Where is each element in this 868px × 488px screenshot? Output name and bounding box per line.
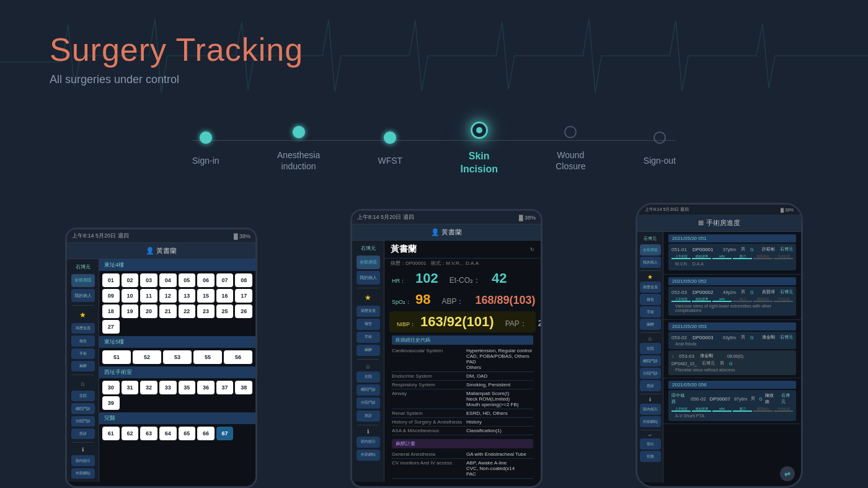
tc-sidebar-inpatient[interactable]: 住院 [356,371,380,383]
room-63[interactable]: 63 [140,427,157,440]
tl-sidebar-my-patients[interactable]: 我的病人 [71,289,95,302]
room-56[interactable]: 56 [224,350,252,364]
timeline-step-sign-out[interactable]: Sign-out [644,131,676,166]
room-31[interactable]: 31 [122,381,139,394]
tc-sidebar-er[interactable]: 急診 [356,410,380,422]
tc-sidebar-surgery[interactable]: 手術 [356,332,380,343]
room-30[interactable]: 30 [102,381,120,394]
room-25[interactable]: 25 [216,304,234,318]
room-22[interactable]: 22 [179,304,196,318]
room-15[interactable]: 15 [197,289,215,303]
room-06[interactable]: 06 [197,273,215,287]
phone-sidebar-er[interactable]: 急診 [640,380,661,391]
room-32[interactable]: 32 [140,381,157,394]
tl-sidebar-inpatient[interactable]: 住院 [71,391,95,401]
tl-sidebar-all-rooms[interactable]: 全部房區 [71,274,95,287]
room-13[interactable]: 13 [179,289,196,303]
op-patient-056-02[interactable]: 田中城西 056-02 DP00007 87y6m 男 G 陳政維 石博元 入手… [668,390,796,421]
phone-sidebar-report[interactable]: 報告 [640,294,661,305]
tl-sidebar-general-opd[interactable]: 總院門診 [71,403,95,414]
tl-sidebar-records[interactable]: 病歷首頁 [71,323,95,334]
timeline-step-anesthesia[interactable]: Anesthesia induction [277,126,320,172]
room-33[interactable]: 33 [159,381,177,394]
room-01[interactable]: 01 [102,273,120,287]
room-62[interactable]: 62 [122,427,139,440]
phone-sidebar-inpatient[interactable]: 住院 [640,343,661,354]
tl-sidebar-anesthesia[interactable]: 麻醉 [71,361,95,371]
tl-sidebar-internal[interactable]: 部內指引 [71,455,95,466]
phone-sidebar-logout[interactable]: 登出 [640,438,661,450]
tl-sidebar-surgery[interactable]: 手術 [71,348,95,359]
tc-home-icon: ⌂ [366,363,370,370]
step-label-wfst: WFST [378,155,403,166]
phone-sidebar-external[interactable]: 外部網站 [640,416,661,427]
op-patient-052-03[interactable]: 052-03 DP00002 49y2m 男 G 吳賢璋 石博元 入手術室 經姑… [668,286,796,316]
tc-sidebar-records[interactable]: 病歷首頁 [356,306,380,317]
room-03[interactable]: 03 [140,273,157,287]
tc-sidebar-all-rooms[interactable]: 全部房區 [356,255,380,269]
room-38[interactable]: 38 [235,381,252,394]
room-39[interactable]: 39 [102,396,120,410]
tc-refresh-icon[interactable]: ↻ [530,247,534,252]
tc-sidebar-external[interactable]: 外部網站 [356,450,380,461]
tl-sidebar-external[interactable]: 外部網站 [71,468,95,479]
phone-sidebar-my[interactable]: 我的病人 [640,257,661,268]
room-02[interactable]: 02 [122,273,139,287]
phone-sidebar-all[interactable]: 全部房區 [640,244,661,255]
room-10[interactable]: 10 [122,289,139,303]
timeline-step-wfst[interactable]: WFST [378,131,403,166]
phone-sidebar-internal[interactable]: 部內指引 [640,404,661,415]
tc-sidebar-report[interactable]: 報告 [356,319,380,330]
room-18[interactable]: 18 [102,304,120,318]
room-17[interactable]: 17 [235,289,252,303]
room-07[interactable]: 07 [216,273,234,287]
room-55[interactable]: 55 [193,350,222,364]
room-61[interactable]: 61 [102,427,120,440]
tl-sidebar-report[interactable]: 報告 [71,335,95,346]
timeline-step-wound-closure[interactable]: Wound Closure [556,126,585,172]
room-09[interactable]: 09 [102,289,120,303]
phone-sidebar-records[interactable]: 病歷首頁 [640,282,661,293]
timeline-step-sign-in[interactable]: Sign-in [192,131,219,166]
room-19[interactable]: 19 [122,304,139,318]
tc-sidebar-branch-opd[interactable]: 分院門診 [356,397,380,409]
timeline-step-skin-incision[interactable]: Skin Incision [460,122,497,176]
op-patient-053-03[interactable]: ↓ 053-03 漆金剛 08:00(0) DP0482_13_ 石博元 男 G… [668,350,796,375]
room-52[interactable]: 52 [133,350,161,364]
room-05[interactable]: 05 [179,273,196,287]
room-20[interactable]: 20 [140,304,157,318]
tc-sidebar-general-opd[interactable]: 總院門診 [356,384,380,396]
room-27[interactable]: 27 [102,320,120,334]
phone-sidebar-branch[interactable]: 分院門診 [640,368,661,379]
room-12[interactable]: 12 [159,289,177,303]
phone-sidebar-surgery[interactable]: 手術 [640,306,661,317]
tc-sidebar-my-patients[interactable]: 我的病人 [356,271,380,285]
shuffle-icon[interactable]: ⇌ [780,466,795,481]
room-16[interactable]: 16 [216,289,234,303]
room-21[interactable]: 21 [159,304,177,318]
phone-sidebar-switch[interactable]: 切換 [640,451,661,462]
tc-sidebar-internal[interactable]: 部內指引 [356,437,380,448]
op-patient-053-02[interactable]: 053-02 DP00003 63y6m 男 G 漆金剛 石博元 Anal fi… [668,332,796,349]
room-23[interactable]: 23 [197,304,215,318]
room-26[interactable]: 26 [235,304,252,318]
op-patient-051-01[interactable]: 051-01 DP00001 37y8m 男 G 許菘彬 石博元 入手術室 經姑… [668,244,796,270]
room-36[interactable]: 36 [197,381,215,394]
tc-abp-value: 168/89(103) [476,294,536,307]
room-65[interactable]: 65 [179,427,196,440]
room-08[interactable]: 08 [235,273,252,287]
room-67[interactable]: 67 [216,427,234,440]
room-35[interactable]: 35 [179,381,196,394]
room-66[interactable]: 66 [197,427,215,440]
phone-sidebar-general[interactable]: 總院門診 [640,355,661,366]
tl-sidebar-er[interactable]: 急診 [71,428,95,439]
phone-sidebar-anesthesia[interactable]: 麻醉 [640,319,661,330]
room-64[interactable]: 64 [159,427,177,440]
room-51[interactable]: 51 [102,350,131,364]
room-53[interactable]: 53 [163,350,192,364]
tl-sidebar-branch-opd[interactable]: 分院門診 [71,416,95,427]
room-37[interactable]: 37 [216,381,234,394]
room-11[interactable]: 11 [140,289,157,303]
tc-sidebar-anesthesia[interactable]: 麻醉 [356,345,380,356]
room-04[interactable]: 04 [159,273,177,287]
